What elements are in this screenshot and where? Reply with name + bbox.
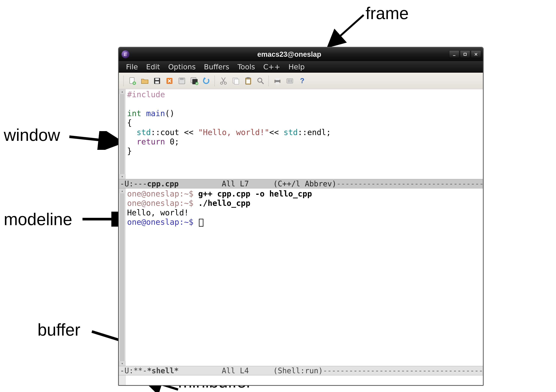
window-controls bbox=[449, 50, 481, 58]
minibuffer-scrollbar bbox=[119, 375, 126, 385]
minibuffer[interactable] bbox=[119, 375, 483, 385]
scroll-thumb[interactable] bbox=[120, 193, 125, 361]
shell-window[interactable]: ▴ ▾ one@oneslap:~$ g++ cpp.cpp -o hello_… bbox=[119, 188, 483, 366]
shell-buffer-content[interactable]: one@oneslap:~$ g++ cpp.cpp -o hello_cpp … bbox=[126, 188, 483, 366]
modeline-position: All L7 bbox=[222, 179, 249, 188]
save-icon[interactable] bbox=[151, 75, 163, 87]
scrollbar[interactable]: ▴ ▾ bbox=[119, 188, 126, 366]
new-file-icon[interactable] bbox=[127, 75, 138, 87]
modeline-mode: (C++/l Abbrev) bbox=[273, 179, 337, 188]
scroll-down-icon[interactable]: ▾ bbox=[119, 361, 125, 366]
scrollbar[interactable]: ▴ ▾ bbox=[119, 89, 126, 179]
modeline-code[interactable]: -U:--- cpp.cppAll L7(C++/l Abbrev)------… bbox=[119, 179, 483, 188]
scroll-thumb[interactable] bbox=[120, 94, 125, 174]
annotation-buffer: buffer bbox=[38, 320, 80, 339]
modeline-coding: -U: bbox=[120, 179, 133, 188]
scroll-up-icon[interactable]: ▴ bbox=[119, 89, 125, 94]
annotation-window: window bbox=[4, 126, 60, 145]
svg-rect-31 bbox=[276, 82, 279, 84]
cut-icon[interactable] bbox=[218, 75, 229, 87]
toolbar: ? bbox=[119, 73, 483, 89]
modeline-shell[interactable]: -U:**- *shell*All L4(Shell:run)---------… bbox=[119, 366, 483, 375]
annotation-modeline: modeline bbox=[4, 210, 72, 229]
code-window[interactable]: ▴ ▾ #include int main() { std::cout << "… bbox=[119, 89, 483, 179]
modeline-fill: ---------------------------------------- bbox=[323, 366, 483, 375]
editor-area: ▴ ▾ #include int main() { std::cout << "… bbox=[119, 89, 483, 385]
svg-line-0 bbox=[328, 15, 364, 47]
toolbar-separator bbox=[269, 76, 270, 86]
modeline-position: All L4 bbox=[222, 366, 249, 375]
search-icon[interactable] bbox=[255, 75, 266, 87]
menu-tools[interactable]: Tools bbox=[234, 62, 258, 72]
annotation-frame: frame bbox=[366, 4, 409, 23]
toolbar-separator bbox=[123, 76, 124, 86]
svg-line-28 bbox=[262, 82, 263, 84]
undo-icon[interactable] bbox=[201, 75, 212, 87]
menu-edit[interactable]: Edit bbox=[143, 62, 163, 72]
scroll-down-icon[interactable]: ▾ bbox=[119, 174, 125, 179]
modeline-buffer-name: *shell* bbox=[147, 366, 179, 375]
copy-icon[interactable] bbox=[230, 75, 241, 87]
close-button[interactable] bbox=[471, 50, 481, 58]
modeline-buffer-name: cpp.cpp bbox=[147, 179, 179, 188]
arrow-window bbox=[68, 131, 126, 150]
code-buffer-content[interactable]: #include int main() { std::cout << "Hell… bbox=[126, 89, 483, 179]
menu-file[interactable]: File bbox=[123, 62, 141, 72]
svg-line-1 bbox=[69, 137, 122, 142]
arrow-frame bbox=[321, 11, 367, 51]
minibuffer-content[interactable] bbox=[126, 375, 483, 385]
save-as-icon[interactable] bbox=[176, 75, 187, 87]
modeline-modified: --- bbox=[133, 179, 147, 188]
titlebar[interactable]: E emacs23@oneslap bbox=[119, 48, 483, 61]
scroll-up-icon[interactable]: ▴ bbox=[119, 188, 125, 193]
close-icon[interactable] bbox=[164, 75, 175, 87]
svg-text:?: ? bbox=[300, 77, 304, 85]
customize-icon[interactable] bbox=[284, 75, 295, 87]
menu-options[interactable]: Options bbox=[165, 62, 199, 72]
modeline-modified: **- bbox=[133, 366, 147, 375]
svg-rect-6 bbox=[464, 53, 466, 56]
emacs-app-icon: E bbox=[122, 50, 129, 58]
svg-rect-23 bbox=[234, 79, 239, 84]
toolbar-separator bbox=[215, 76, 216, 86]
menu-bar: File Edit Options Buffers Tools C++ Help bbox=[119, 61, 483, 73]
svg-rect-30 bbox=[276, 78, 279, 80]
svg-point-27 bbox=[258, 78, 262, 82]
minimize-button[interactable] bbox=[449, 50, 459, 58]
modeline-coding: -U: bbox=[120, 366, 133, 375]
svg-rect-16 bbox=[180, 78, 184, 80]
window-title: emacs23@oneslap bbox=[129, 50, 449, 58]
paste-icon[interactable] bbox=[243, 75, 254, 87]
modeline-mode: (Shell:run) bbox=[273, 366, 323, 375]
svg-rect-25 bbox=[247, 77, 250, 79]
help-icon[interactable]: ? bbox=[297, 75, 308, 87]
menu-cpp[interactable]: C++ bbox=[260, 62, 283, 72]
save-all-icon[interactable] bbox=[189, 75, 200, 87]
svg-rect-13 bbox=[155, 81, 159, 83]
emacs-frame: E emacs23@oneslap File Edit Options Buff… bbox=[118, 47, 484, 386]
menu-buffers[interactable]: Buffers bbox=[201, 62, 232, 72]
print-icon[interactable] bbox=[272, 75, 283, 87]
maximize-button[interactable] bbox=[460, 50, 470, 58]
modeline-fill: ---------------------------------------- bbox=[337, 179, 483, 188]
svg-rect-26 bbox=[246, 79, 250, 83]
open-folder-icon[interactable] bbox=[139, 75, 150, 87]
menu-help[interactable]: Help bbox=[286, 62, 308, 72]
svg-rect-12 bbox=[155, 78, 159, 80]
